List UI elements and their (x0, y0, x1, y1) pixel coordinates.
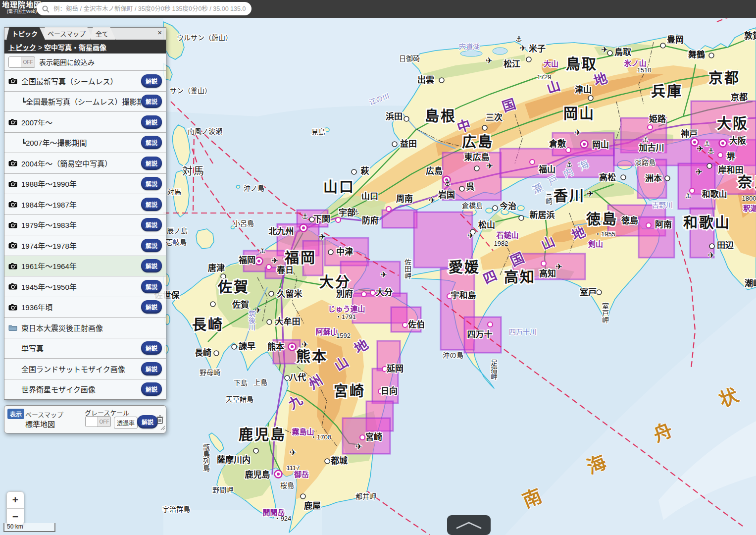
layer-item-label: 1984年～1987年 (21, 199, 77, 210)
layer-item[interactable]: 1979年～1983年解説 (4, 214, 166, 235)
major-city-marker (302, 226, 305, 229)
map-label: 佐田岬 (403, 259, 411, 279)
toggle-knob (86, 417, 98, 427)
map-label: 田辺 (717, 241, 734, 250)
layer-item[interactable]: 2007年～解説 (4, 111, 166, 132)
zoom-in-button[interactable]: + (6, 491, 24, 508)
layer-item[interactable]: 1984年～1987年解説 (4, 194, 166, 214)
city-marker (301, 494, 305, 499)
camera-icon (8, 160, 17, 166)
map-label: 上島 (253, 378, 267, 386)
map-label: 日向 (381, 386, 398, 396)
map-label: 阿南 (655, 219, 672, 229)
kaisetsu-button[interactable]: 解説 (141, 95, 162, 108)
search-input[interactable] (52, 5, 247, 13)
tab-basemap[interactable]: ベースマップ (42, 27, 93, 40)
map-label: 島根 (425, 108, 456, 124)
map-label: 大阪 (717, 116, 749, 132)
major-city-marker (257, 260, 260, 263)
kaisetsu-button[interactable]: 解説 (141, 362, 162, 375)
kaisetsu-button[interactable]: 解説 (141, 218, 162, 231)
active-layer-panel: 表示 ベースマップ 標準地図 グレースケール OFF 透過率 解説 (4, 405, 166, 433)
tab-topic[interactable]: トピック (6, 27, 45, 40)
kaisetsu-button[interactable]: 解説 (141, 157, 162, 170)
map-label: じゅう連山 (328, 305, 365, 313)
map-label: 下島 (234, 379, 248, 387)
map-label: 姫路 (649, 114, 666, 124)
map-label: 新居浜 (530, 210, 555, 220)
kaisetsu-button[interactable]: 解説 (141, 280, 162, 293)
map-label: 福岡 (284, 250, 316, 266)
layer-item[interactable]: ┗全国最新写真（シームレス）撮影期間解説 (4, 91, 166, 112)
kaisetsu-button[interactable]: 解説 (137, 415, 158, 428)
layer-item[interactable]: 1945年～1950年解説 (4, 276, 166, 297)
kaisetsu-button[interactable]: 解説 (141, 259, 162, 272)
layer-item[interactable]: 単写真解説 (4, 338, 166, 359)
map-label: 大分 (319, 274, 351, 290)
kaisetsu-button[interactable]: 解説 (141, 239, 162, 252)
kaisetsu-button[interactable]: 解説 (141, 198, 162, 211)
layer-item-label: ┗2007年～撮影期間 (21, 137, 87, 148)
opacity-button[interactable]: 透過率 (114, 417, 138, 429)
map-label: 防府 (362, 215, 379, 225)
layer-item[interactable]: 1961年～1964年解説 (4, 256, 166, 276)
map-label: 潮岬 (745, 278, 756, 288)
map-label: 大牟田 (275, 317, 301, 326)
city-marker (493, 206, 498, 211)
city-marker (403, 322, 407, 327)
kaisetsu-button[interactable]: 解説 (141, 136, 162, 149)
map-label: 高松 (599, 172, 616, 182)
layer-item[interactable]: 世界衛星モザイク画像解説 (4, 379, 166, 400)
kaisetsu-button[interactable]: 解説 (141, 177, 162, 190)
city-marker (325, 459, 330, 464)
layer-item[interactable]: 2004年～（簡易空中写真）解説 (4, 153, 166, 173)
layer-item[interactable]: 1936年頃解説 (4, 297, 166, 318)
airport-icon: ✈ (271, 256, 278, 266)
layer-item[interactable]: 全国最新写真（シームレス）解説 (4, 71, 166, 91)
camera-icon (8, 263, 17, 269)
map-label: 御岳 (294, 470, 309, 479)
city-marker (648, 125, 653, 130)
city-marker (392, 142, 397, 147)
city-marker (269, 291, 274, 296)
kaisetsu-button[interactable]: 解説 (141, 300, 162, 314)
kaisetsu-button[interactable]: 解説 (141, 341, 162, 355)
layer-item-label: ┗全国最新写真（シームレス）撮影期間 (21, 96, 141, 107)
layer-item[interactable]: 1988年～1990年解説 (4, 173, 166, 194)
layer-item[interactable]: 全国ランドサットモザイク画像解説 (4, 358, 166, 379)
map-label: 鹿児島 (239, 427, 286, 443)
grayscale-toggle[interactable]: OFF (85, 416, 111, 427)
layer-item[interactable]: 東日本大震災後正射画像 (4, 317, 166, 338)
map-label: 宇和島 (451, 290, 476, 300)
breadcrumb-root-link[interactable]: トピック (8, 44, 36, 52)
kaisetsu-button[interactable]: 解説 (141, 382, 162, 396)
layer-item-label: 東日本大震災後正射画像 (21, 322, 103, 333)
show-badge[interactable]: 表示 (7, 409, 24, 419)
city-marker (597, 290, 602, 295)
basemap-name: 標準地図 (25, 419, 55, 429)
close-icon[interactable]: × (157, 29, 162, 36)
tab-all[interactable]: 全て (90, 27, 116, 40)
toggle-knob (9, 57, 21, 67)
panel-resize-handle[interactable] (160, 423, 165, 432)
app-title: 地理院地図 (2, 1, 42, 8)
airport-icon: ✈ (380, 270, 387, 279)
map-label: 京都 (731, 92, 748, 102)
search-box[interactable] (37, 2, 252, 15)
kaisetsu-button[interactable]: 解説 (141, 115, 162, 129)
camera-icon (8, 221, 17, 228)
map-label: 沖の島 (443, 351, 463, 359)
city-marker (519, 215, 524, 220)
kaisetsu-button[interactable]: 解説 (141, 74, 162, 88)
map-label: 津山 (575, 85, 592, 95)
zoom-out-button[interactable]: − (6, 508, 24, 525)
app-logo: 地理院地図 (電子国土Web) (2, 1, 42, 14)
map-label: 足摺岬 (490, 359, 498, 380)
bottom-drawer-button[interactable] (447, 515, 491, 535)
airport-icon: ✈ (519, 44, 526, 53)
layer-item[interactable]: ┗2007年～撮影期間解説 (4, 132, 166, 153)
filter-extent-row: OFF 表示範囲に絞込み (4, 54, 166, 71)
filter-extent-toggle[interactable]: OFF (8, 56, 35, 68)
city-marker (530, 160, 535, 164)
layer-item[interactable]: 1974年～1978年解説 (4, 235, 166, 256)
